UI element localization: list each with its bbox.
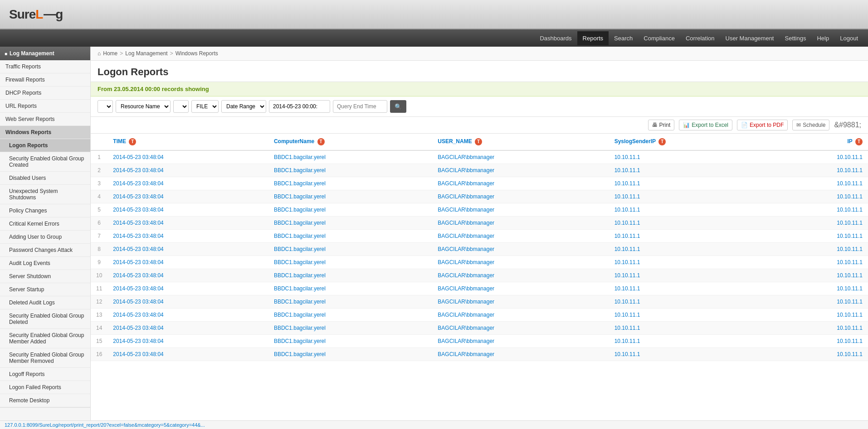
sidebar-item-password-attack[interactable]: Password Changes Attack (0, 244, 90, 257)
sidebar-item-server-startup[interactable]: Server Startup (0, 283, 90, 296)
nav-compliance[interactable]: Compliance (638, 31, 680, 45)
syslog-ip-link[interactable]: 10.10.11.1 (614, 351, 640, 357)
export-pdf-button[interactable]: 📄 Export to PDF (737, 120, 788, 130)
user-link[interactable]: BAGCILAR\bbmanager (438, 220, 494, 226)
time-link[interactable]: 2014-05-23 03:48:04 (113, 285, 163, 292)
schedule-button[interactable]: ✉ Schedule (792, 120, 829, 130)
syslog-ip-link[interactable]: 10.10.11.1 (614, 338, 640, 344)
sidebar-item-logoff-reports[interactable]: Logoff Reports (0, 368, 90, 381)
nav-logout[interactable]: Logout (834, 31, 863, 45)
user-link[interactable]: BAGCILAR\bbmanager (438, 259, 494, 265)
breadcrumb-home[interactable]: Home (103, 50, 117, 57)
user-link[interactable]: BAGCILAR\bbmanager (438, 154, 494, 160)
sidebar-item-deleted-audit[interactable]: Deleted Audit Logs (0, 296, 90, 309)
syslog-ip-link[interactable]: 10.10.11.1 (614, 325, 640, 331)
ip-link[interactable]: 10.10.11.1 (837, 351, 863, 357)
sidebar-item-seg-created[interactable]: Security Enabled Global Group Created (0, 152, 90, 172)
time-link[interactable]: 2014-05-23 03:48:04 (113, 233, 163, 239)
computer-link[interactable]: BBDC1.bagcilar.yerel (274, 272, 326, 279)
ip-link[interactable]: 10.10.11.1 (837, 299, 863, 305)
col-ip[interactable]: IP T (772, 134, 868, 150)
sidebar-item-critical-kernel[interactable]: Critical Kernel Errors (0, 217, 90, 231)
syslog-ip-link[interactable]: 10.10.11.1 (614, 154, 640, 160)
nav-dashboards[interactable]: Dashboards (534, 31, 577, 45)
sidebar-item-windows-reports[interactable]: Windows Reports (0, 126, 90, 139)
sidebar-item-server-shutdown[interactable]: Server Shutdown (0, 270, 90, 283)
filter-file[interactable]: FILE (191, 100, 219, 113)
computer-link[interactable]: BBDC1.bagcilar.yerel (274, 351, 326, 357)
syslog-ip-link[interactable]: 10.10.11.1 (614, 207, 640, 213)
ip-link[interactable]: 10.10.11.1 (837, 207, 863, 213)
sidebar-item-unexpected-shutdowns[interactable]: Unexpected System Shutdowns (0, 185, 90, 204)
ip-link[interactable]: 10.10.11.1 (837, 338, 863, 344)
filter-dropdown-1[interactable] (98, 100, 113, 113)
user-link[interactable]: BAGCILAR\bbmanager (438, 351, 494, 357)
time-link[interactable]: 2014-05-23 03:48:04 (113, 180, 163, 187)
sidebar-item-traffic-reports[interactable]: Traffic Reports (0, 60, 90, 73)
user-link[interactable]: BAGCILAR\bbmanager (438, 325, 494, 331)
ip-link[interactable]: 10.10.11.1 (837, 272, 863, 279)
time-link[interactable]: 2014-05-23 03:48:04 (113, 220, 163, 226)
sidebar-item-firewall-reports[interactable]: Firewall Reports (0, 73, 90, 87)
user-link[interactable]: BAGCILAR\bbmanager (438, 167, 494, 174)
user-link[interactable]: BAGCILAR\bbmanager (438, 338, 494, 344)
sidebar-item-web-server-reports[interactable]: Web Server Reports (0, 113, 90, 126)
log-management-section-title[interactable]: ■ Log Management (0, 47, 90, 60)
computer-link[interactable]: BBDC1.bagcilar.yerel (274, 193, 326, 200)
computer-link[interactable]: BBDC1.bagcilar.yerel (274, 207, 326, 213)
sidebar-item-seg-member-removed[interactable]: Security Enabled Global Group Member Rem… (0, 348, 90, 368)
syslog-ip-link[interactable]: 10.10.11.1 (614, 193, 640, 200)
filter-date-range[interactable]: Date Range (221, 100, 266, 113)
col-time[interactable]: TIME T (107, 134, 268, 150)
user-link[interactable]: BAGCILAR\bbmanager (438, 312, 494, 318)
syslog-ip-link[interactable]: 10.10.11.1 (614, 180, 640, 187)
user-link[interactable]: BAGCILAR\bbmanager (438, 246, 494, 252)
nav-reports[interactable]: Reports (577, 31, 609, 45)
time-link[interactable]: 2014-05-23 03:48:04 (113, 154, 163, 160)
sidebar-item-seg-member-added[interactable]: Security Enabled Global Group Member Add… (0, 329, 90, 348)
ip-link[interactable]: 10.10.11.1 (837, 193, 863, 200)
sidebar-item-adding-user[interactable]: Adding User to Group (0, 231, 90, 244)
sidebar-item-policy-changes[interactable]: Policy Changes (0, 204, 90, 217)
sidebar-item-remote-desktop[interactable]: Remote Desktop (0, 394, 90, 407)
ip-link[interactable]: 10.10.11.1 (837, 259, 863, 265)
computer-link[interactable]: BBDC1.bagcilar.yerel (274, 154, 326, 160)
time-link[interactable]: 2014-05-23 03:48:04 (113, 193, 163, 200)
computer-link[interactable]: BBDC1.bagcilar.yerel (274, 246, 326, 252)
col-syslog-ip[interactable]: SyslogSenderIP T (609, 134, 772, 150)
ip-link[interactable]: 10.10.11.1 (837, 154, 863, 160)
computer-link[interactable]: BBDC1.bagcilar.yerel (274, 180, 326, 187)
filter-end-time[interactable] (333, 100, 387, 113)
sidebar-item-dhcp-reports[interactable]: DHCP Reports (0, 87, 90, 100)
search-button[interactable]: 🔍 (390, 100, 406, 113)
filter-date-start[interactable] (269, 100, 330, 113)
user-link[interactable]: BAGCILAR\bbmanager (438, 299, 494, 305)
computer-link[interactable]: BBDC1.bagcilar.yerel (274, 259, 326, 265)
col-computer[interactable]: ComputerName T (268, 134, 432, 150)
computer-link[interactable]: BBDC1.bagcilar.yerel (274, 220, 326, 226)
ip-link[interactable]: 10.10.11.1 (837, 312, 863, 318)
time-link[interactable]: 2014-05-23 03:48:04 (113, 312, 163, 318)
computer-link[interactable]: BBDC1.bagcilar.yerel (274, 167, 326, 174)
table-settings-button[interactable]: &#9881; (834, 121, 861, 129)
nav-user-management[interactable]: User Management (720, 31, 780, 45)
filter-resource-name[interactable]: Resource Name (116, 100, 171, 113)
nav-correlation[interactable]: Correlation (680, 31, 720, 45)
user-link[interactable]: BAGCILAR\bbmanager (438, 272, 494, 279)
syslog-ip-link[interactable]: 10.10.11.1 (614, 167, 640, 174)
export-excel-button[interactable]: 📊 Export to Excel (679, 120, 732, 130)
computer-link[interactable]: BBDC1.bagcilar.yerel (274, 312, 326, 318)
time-link[interactable]: 2014-05-23 03:48:04 (113, 272, 163, 279)
syslog-ip-link[interactable]: 10.10.11.1 (614, 285, 640, 292)
filter-dropdown-2[interactable] (173, 100, 189, 113)
time-link[interactable]: 2014-05-23 03:48:04 (113, 299, 163, 305)
sidebar-item-disabled-users[interactable]: Disabled Users (0, 172, 90, 185)
computer-link[interactable]: BBDC1.bagcilar.yerel (274, 299, 326, 305)
sidebar-item-seg-deleted[interactable]: Security Enabled Global Group Deleted (0, 309, 90, 329)
nav-help[interactable]: Help (811, 31, 834, 45)
sidebar-item-audit-log[interactable]: Audit Log Events (0, 257, 90, 270)
ip-link[interactable]: 10.10.11.1 (837, 246, 863, 252)
sidebar-item-logon-failed[interactable]: Logon Failed Reports (0, 381, 90, 394)
nav-settings[interactable]: Settings (780, 31, 812, 45)
user-link[interactable]: BAGCILAR\bbmanager (438, 193, 494, 200)
